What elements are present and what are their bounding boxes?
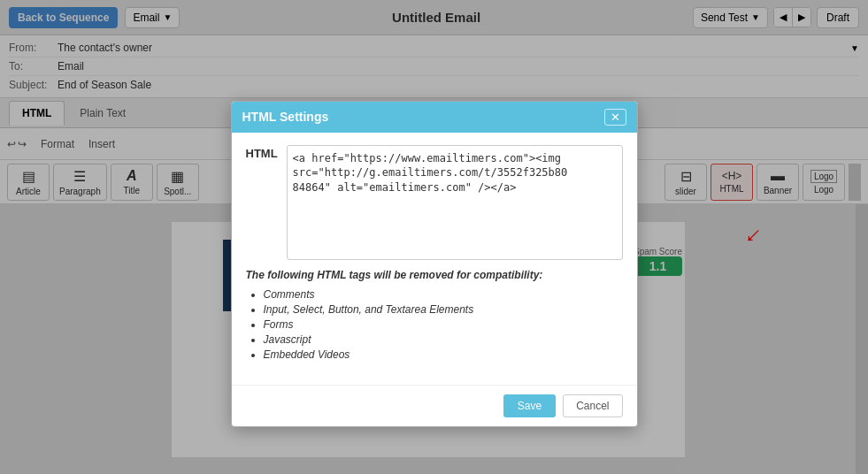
- warning-heading: The following HTML tags will be removed …: [246, 269, 623, 281]
- warning-list-item: Input, Select, Button, and Textarea Elem…: [264, 303, 623, 316]
- cancel-button[interactable]: Cancel: [563, 394, 622, 417]
- warning-list-item: Javascript: [264, 333, 623, 346]
- warning-list-item: Forms: [264, 318, 623, 331]
- html-field-label: HTML: [246, 145, 278, 160]
- warning-list-item: Comments: [264, 288, 623, 301]
- html-textarea[interactable]: <a href="https://www.emailtimers.com"><i…: [287, 145, 623, 260]
- save-button[interactable]: Save: [503, 394, 556, 417]
- warning-list: CommentsInput, Select, Button, and Texta…: [264, 288, 623, 361]
- modal-body: HTML <a href="https://www.emailtimers.co…: [232, 133, 637, 376]
- modal-header: HTML Settings ✕: [232, 102, 637, 133]
- modal-close-button[interactable]: ✕: [604, 109, 626, 126]
- warning-list-item: Embedded Videos: [264, 348, 623, 361]
- modal-overlay: HTML Settings ✕ HTML <a href="https://ww…: [0, 0, 868, 474]
- modal-title: HTML Settings: [242, 110, 329, 124]
- html-label-row: HTML <a href="https://www.emailtimers.co…: [246, 145, 623, 260]
- html-settings-modal: HTML Settings ✕ HTML <a href="https://ww…: [231, 101, 638, 427]
- modal-footer: Save Cancel: [232, 385, 637, 426]
